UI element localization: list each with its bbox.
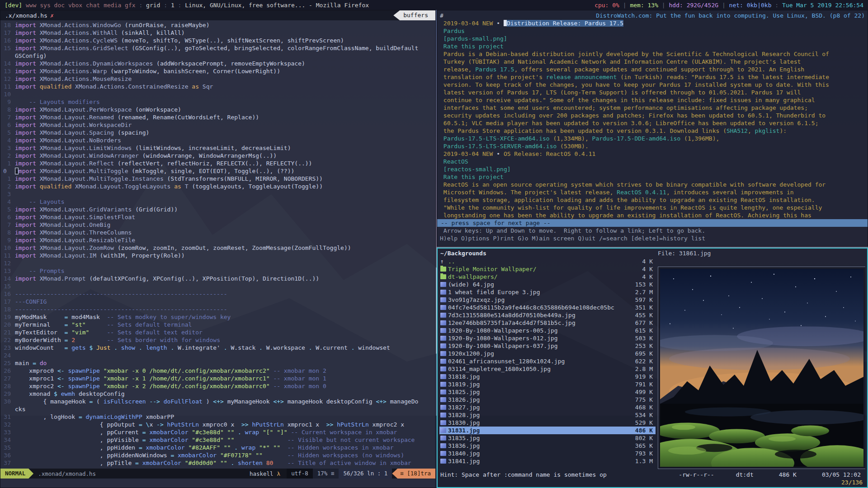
- editor-line[interactable]: 11import XMonad.Layout.IM (withIM, Prope…: [0, 252, 435, 259]
- file-row[interactable]: 31835.jpg802 K: [439, 434, 656, 442]
- link[interactable]: Pardus-17.5-LTS-SERVER-amd64.iso: [440, 143, 557, 150]
- editor-line[interactable]: 11import qualified XMonad.Actions.Constr…: [0, 83, 435, 90]
- link[interactable]: Pardus-17.5-LTS-XFCE-amd64.iso: [440, 135, 550, 142]
- workspace-list[interactable]: www sys doc vbox chat media gfx: [22, 2, 135, 9]
- editor-line[interactable]: 27 xmproc1 <- spawnPipe "xmobar -x 1 /ho…: [0, 375, 435, 382]
- editor-line[interactable]: 5import XMonad.Layout.Spacing (spacing): [0, 129, 435, 136]
- editor-line[interactable]: 1import XMonad.Layout.MultiToggle.Instan…: [0, 175, 435, 183]
- editor-line[interactable]: 21myTextEditor = "vim" -- Sets default t…: [0, 328, 435, 336]
- editor-line[interactable]: 14import XMonad.Prompt (defaultXPConfig,…: [0, 275, 435, 282]
- editor-line[interactable]: 10: [0, 90, 435, 98]
- link[interactable]: pkglist: [755, 127, 780, 134]
- current-directory[interactable]: ~/Backgrounds: [439, 249, 656, 258]
- file-row[interactable]: 31827.jpg468 K: [439, 404, 656, 411]
- file-row[interactable]: 31830.jpg529 K: [439, 419, 656, 427]
- editor-line[interactable]: 12import XMonad.Actions.MouseResize: [0, 75, 435, 83]
- file-row[interactable]: 31825.jpg499 K: [439, 388, 656, 396]
- file-row[interactable]: (wide) 64.jpg153 K: [439, 281, 656, 288]
- editor-line[interactable]: cks: [0, 405, 435, 413]
- editor-line[interactable]: 26 xmproc0 <- spawnPipe "xmobar -x 0 /ho…: [0, 367, 435, 375]
- file-row[interactable]: 12ee746bb85735f1a7a4cd4d7f581b5c.jpg677 …: [439, 319, 656, 327]
- editor-line[interactable]: 4 -- Layouts: [0, 198, 435, 206]
- file-row[interactable]: 7d3c13155880e514a8d6d70510be449a.jpg455 …: [439, 311, 656, 319]
- editor-line[interactable]: 1import XMonad.Layout.Reflect (reflectVe…: [0, 160, 435, 167]
- file-row[interactable]: 31819.jpg791 K: [439, 380, 656, 388]
- editor-line[interactable]: 35 , ppHidden = xmobarColor "#82AAFF" ""…: [0, 444, 435, 451]
- selected-link[interactable]: Distribution Release: Pardus 17.5: [507, 20, 623, 27]
- editor-line[interactable]: 23windowCount = gets $ Just . show . len…: [0, 344, 435, 352]
- file-row[interactable]: 1920-By-1080-Wallpapers-012.jpg503 K: [439, 334, 656, 342]
- editor-line[interactable]: 32 { ppOutput = \x -> hPutStrLn xmproc0 …: [0, 421, 435, 428]
- editor-line[interactable]: 7import XMonad.Layout.OneBig: [0, 221, 435, 229]
- link[interactable]: Rate this project: [440, 174, 504, 180]
- editor-line[interactable]: 12: [0, 259, 435, 267]
- editor-line[interactable]: 3import XMonad.Layout.LimitWindows (limi…: [0, 144, 435, 152]
- file-row[interactable]: 31818.jpg919 K: [439, 373, 656, 380]
- workspace-current[interactable]: [dev]: [5, 2, 22, 9]
- editor-line[interactable]: 17---CONFIG: [0, 298, 435, 305]
- editor-line[interactable]: 18import XMonad.Actions.WindowGo (runOrR…: [0, 21, 435, 29]
- file-row[interactable]: 31831.jpg486 K: [439, 427, 656, 434]
- file-row[interactable]: 04fc7e45d58115b2a9fe446c8c635886b694e108…: [439, 304, 656, 311]
- file-row[interactable]: 3vo91g7azxqz.jpg597 K: [439, 296, 656, 304]
- file-row[interactable]: 1920x1200.jpg695 K: [439, 350, 656, 357]
- editor-line[interactable]: 13 -- Prompts: [0, 267, 435, 275]
- file-row[interactable]: dt-wallpapers/4 K: [439, 273, 656, 281]
- editor-line[interactable]: 9import XMonad.Layout.ResizableTile: [0, 236, 435, 244]
- editor-line[interactable]: 7import XMonad.Layout.Renamed (renamed, …: [0, 113, 435, 121]
- link[interactable]: Rate this project: [440, 43, 504, 50]
- pager-bar[interactable]: -- press space for next page --: [437, 219, 868, 227]
- editor-line[interactable]: 8import XMonad.Layout.ThreeColumns: [0, 229, 435, 236]
- file-row[interactable]: 31826.jpg775 K: [439, 396, 656, 404]
- editor-line[interactable]: 16import XMonad.Actions.CycleWS (moveTo,…: [0, 37, 435, 44]
- link[interactable]: ReactOS: [440, 158, 468, 165]
- file-row[interactable]: 1920-By-1080-Wallpapers-005.jpg615 K: [439, 327, 656, 334]
- editor-line[interactable]: 18--------------------------------------…: [0, 305, 435, 313]
- file-row[interactable]: 31828.jpg534 K: [439, 411, 656, 419]
- editor-line[interactable]: 15: [0, 282, 435, 290]
- editor-line[interactable]: 37 , ppTitle = xmobarColor "#d0d0d0" "" …: [0, 459, 435, 467]
- editor-line[interactable]: 13import XMonad.Actions.Warp (warpToWind…: [0, 67, 435, 75]
- editor-line[interactable]: 2import qualified XMonad.Layout.ToggleLa…: [0, 183, 435, 190]
- editor-line[interactable]: 22myBorderWidth = 2 -- Sets border width…: [0, 336, 435, 344]
- editor-line[interactable]: 25main = do: [0, 359, 435, 367]
- editor-line[interactable]: 29 xmonad $ ewmh desktopConfig: [0, 390, 435, 398]
- editor-line[interactable]: 14import XMonad.Actions.DynamicWorkspace…: [0, 60, 435, 67]
- editor-line[interactable]: 6import XMonad.Layout.SimplestFloat: [0, 213, 435, 221]
- file-row[interactable]: 1 wheat field Europe 3.jpg2.7 M: [439, 288, 656, 296]
- editor-line[interactable]: GSConfig): [0, 52, 435, 60]
- file-row[interactable]: 03114_mapletree_1680x1050.jpg2.8 M: [439, 365, 656, 373]
- editor-line[interactable]: 28 xmproc2 <- spawnPipe "xmobar -x 2 /ho…: [0, 382, 435, 390]
- link[interactable]: release announcement: [546, 74, 617, 80]
- editor-line[interactable]: 4import XMonad.Layout.NoBorders: [0, 136, 435, 144]
- link[interactable]: SHA512: [726, 127, 748, 134]
- editor-line[interactable]: 24: [0, 352, 435, 359]
- editor-line[interactable]: 19myModMask = mod4Mask -- Sets modkey to…: [0, 313, 435, 321]
- link[interactable]: Pardus-17.5-DDE-amd64.iso: [592, 135, 681, 142]
- link[interactable]: ReactOS 0.4.11: [617, 189, 666, 196]
- editor-line[interactable]: 36 , ppHiddenNoWindows = xmobarColor "#F…: [0, 451, 435, 459]
- editor-line[interactable]: 33 , ppCurrent = xmobarColor "#c3e88d" "…: [0, 428, 435, 436]
- vim-commandline[interactable]: [0, 479, 435, 488]
- file-row[interactable]: Triple Monitor Wallpaper/4 K: [439, 265, 656, 273]
- editor-line[interactable]: 34 , ppVisible = xmobarColor "#c3e88d" "…: [0, 436, 435, 444]
- file-row[interactable]: 31841.jpg1.3 M: [439, 457, 656, 465]
- editor-line[interactable]: 30 { manageHook = ( isFullscreen --> doF…: [0, 398, 435, 405]
- editor-line[interactable]: 16--------------------------------------…: [0, 290, 435, 298]
- file-row[interactable]: 31840.jpg793 K: [439, 450, 656, 457]
- editor-line[interactable]: 6import XMonad.Layout.WorkspaceDir: [0, 121, 435, 129]
- link[interactable]: [reactos-small.png]: [440, 166, 511, 173]
- editor-line[interactable]: 5import XMonad.Layout.GridVariants (Grid…: [0, 206, 435, 213]
- editor-line[interactable]: 3: [0, 190, 435, 198]
- tab-filename[interactable]: .x/xmonad.hs: [0, 12, 50, 19]
- file-row[interactable]: 31836.jpg365 K: [439, 442, 656, 450]
- editor-line[interactable]: 20myTerminal = "st" -- Sets default term…: [0, 321, 435, 328]
- editor-line[interactable]: 8import XMonad.Layout.PerWorkspace (onWo…: [0, 106, 435, 113]
- editor-line[interactable]: 17import XMonad.Actions.WithAll (sinkAll…: [0, 29, 435, 37]
- file-row[interactable]: ↑..4 K: [439, 258, 656, 265]
- link[interactable]: Pardus 17.5: [475, 66, 514, 73]
- editor-line[interactable]: 31 , logHook = dynamicLogWithPP xmobarPP: [0, 413, 435, 421]
- editor-line[interactable]: 2import XMonad.Layout.WindowArranger (wi…: [0, 152, 435, 160]
- link[interactable]: [pardus-small.png]: [440, 35, 507, 42]
- buffers-chip[interactable]: buffers: [393, 10, 435, 20]
